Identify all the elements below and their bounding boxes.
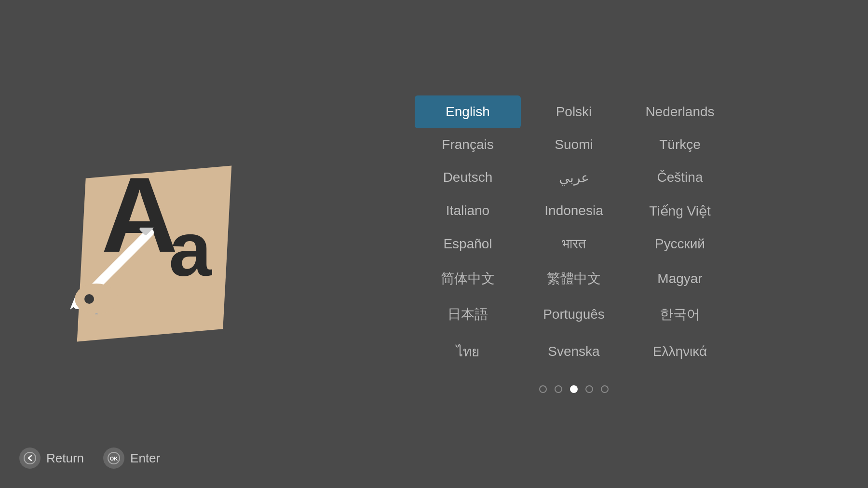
- language-item-svenska[interactable]: Svenska: [521, 332, 627, 371]
- illustration-area: A a: [0, 0, 289, 488]
- language-item-greek[interactable]: Ελληνικά: [627, 332, 733, 371]
- language-item-hindi[interactable]: भारत: [521, 228, 627, 261]
- language-area: EnglishPolskiNederlandsFrançaisSuomiTürk…: [289, 0, 868, 488]
- language-item-tieng-viet[interactable]: Tiếng Việt: [627, 194, 733, 228]
- language-item-magyar[interactable]: Magyar: [627, 261, 733, 297]
- pen-icon: [63, 228, 169, 316]
- pagination-dot-2[interactable]: [555, 385, 562, 393]
- language-item-suomi[interactable]: Suomi: [521, 128, 627, 161]
- svg-point-5: [24, 452, 36, 464]
- pagination-dot-5[interactable]: [601, 385, 609, 393]
- svg-point-3: [75, 284, 118, 314]
- svg-text:OK: OK: [110, 456, 118, 461]
- language-item-indonesia[interactable]: Indonesia: [521, 194, 627, 228]
- language-item-english[interactable]: English: [415, 95, 521, 128]
- language-item-korean[interactable]: 한국어: [627, 297, 733, 332]
- illustration: A a: [43, 143, 246, 345]
- language-item-turkce[interactable]: Türkçe: [627, 128, 733, 161]
- language-item-traditional-chinese[interactable]: 繁體中文: [521, 261, 627, 297]
- language-grid: EnglishPolskiNederlandsFrançaisSuomiTürk…: [415, 95, 733, 371]
- language-item-italiano[interactable]: Italiano: [415, 194, 521, 228]
- language-item-russian[interactable]: Русский: [627, 228, 733, 261]
- language-item-polski[interactable]: Polski: [521, 95, 627, 128]
- language-item-francais[interactable]: Français: [415, 128, 521, 161]
- language-item-arabic[interactable]: عربي: [521, 161, 627, 194]
- return-label: Return: [46, 451, 84, 466]
- bottom-nav: Return OK Enter: [19, 447, 160, 469]
- pagination-dot-3[interactable]: [570, 385, 578, 393]
- language-item-cestina[interactable]: Čeština: [627, 161, 733, 194]
- main-container: A a: [0, 0, 868, 488]
- enter-nav-item[interactable]: OK Enter: [103, 447, 160, 469]
- small-letter-a: a: [169, 210, 212, 287]
- pagination-dot-1[interactable]: [539, 385, 547, 393]
- ok-icon: OK: [103, 447, 124, 469]
- language-item-deutsch[interactable]: Deutsch: [415, 161, 521, 194]
- language-item-japanese[interactable]: 日本語: [415, 297, 521, 332]
- pagination-dots: [539, 385, 609, 393]
- svg-point-4: [84, 294, 94, 304]
- language-item-simplified-chinese[interactable]: 简体中文: [415, 261, 521, 297]
- language-item-nederlands[interactable]: Nederlands: [627, 95, 733, 128]
- language-item-thai[interactable]: ไทย: [415, 332, 521, 371]
- pagination-dot-4[interactable]: [585, 385, 593, 393]
- return-icon: [19, 447, 41, 469]
- enter-label: Enter: [130, 451, 160, 466]
- language-item-espanol[interactable]: Español: [415, 228, 521, 261]
- language-item-portuguese[interactable]: Português: [521, 297, 627, 332]
- return-nav-item[interactable]: Return: [19, 447, 84, 469]
